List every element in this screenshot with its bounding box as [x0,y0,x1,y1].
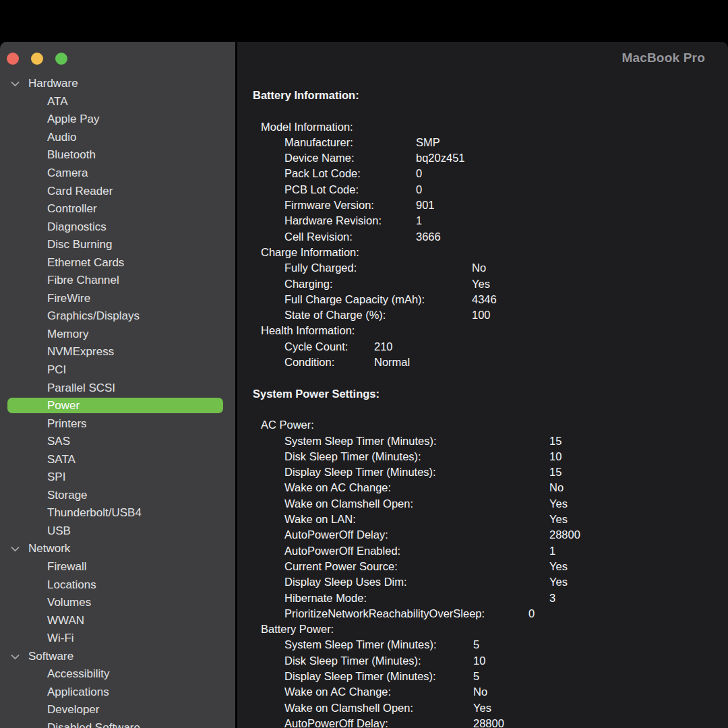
row-label: Cycle Count: [284,339,374,355]
info-row-disk-sleep-timer-minutes: Disk Sleep Timer (Minutes):10 [253,653,728,669]
sidebar-item-label: Bluetooth [0,148,96,162]
sidebar-item-thunderbolt-usb4[interactable]: Thunderbolt/USB4 [0,504,235,522]
sidebar-item-ethernet-cards[interactable]: Ethernet Cards [0,253,235,272]
info-row-full-charge-capacity-mah: Full Charge Capacity (mAh):4346 [253,292,728,307]
sidebar-item-spi[interactable]: SPI [0,468,235,487]
row-label: Condition: [284,355,374,370]
sidebar-item-ata[interactable]: ATA [0,93,235,111]
sidebar-item-label: Camera [0,166,88,180]
zoom-button[interactable] [55,53,67,65]
sidebar-item-diagnostics[interactable]: Diagnostics [0,218,235,236]
sidebar-item-bluetooth[interactable]: Bluetooth [0,146,235,164]
sidebar-item-wwan[interactable]: WWAN [0,611,235,630]
sidebar-item-fibre-channel[interactable]: Fibre Channel [0,272,235,290]
sidebar: HardwareATAApple PayAudioBluetoothCamera… [0,42,237,728]
sidebar-item-label: ATA [0,95,68,109]
sidebar-item-disabled-software[interactable]: Disabled Software [0,719,235,728]
sidebar-item-disc-burning[interactable]: Disc Burning [0,236,235,254]
group-label-health-information: Health Information: [253,323,728,338]
row-label: PCB Lot Code: [284,182,416,198]
minimize-button[interactable] [31,53,43,65]
sidebar-item-label: PCI [0,363,66,377]
row-label: Wake on Clamshell Open: [284,496,549,512]
sidebar-item-label: Thunderbolt/USB4 [0,506,142,520]
row-value: 0 [528,606,535,621]
report-body: Battery Information:Model Information:Ma… [253,88,728,728]
sidebar-item-wi-fi[interactable]: Wi-Fi [0,630,235,648]
sidebar-item-label: Firewall [0,560,87,574]
sidebar-item-pci[interactable]: PCI [0,361,235,380]
info-row-prioritizenetworkreachabilityoversleep: PrioritizeNetworkReachabilityOverSleep:0 [253,606,728,621]
sidebar-section-software[interactable]: Software [0,648,235,666]
row-value: 1 [549,543,555,559]
row-label: System Sleep Timer (Minutes): [284,637,473,653]
info-row-manufacturer: Manufacturer:SMP [253,135,728,150]
row-value: SMP [416,135,440,150]
row-value: Normal [374,355,410,370]
group-label-charge-information: Charge Information: [253,245,728,260]
row-value: 5 [473,669,479,684]
info-row-fully-charged: Fully Charged:No [253,260,728,276]
sidebar-item-usb[interactable]: USB [0,522,235,541]
row-value: bq20z451 [416,150,465,166]
sidebar-item-sata[interactable]: SATA [0,450,235,468]
row-label: Pack Lot Code: [284,166,416,181]
close-button[interactable] [7,53,19,65]
row-value: Yes [549,574,568,590]
sidebar-item-firewall[interactable]: Firewall [0,558,235,576]
sidebar-item-volumes[interactable]: Volumes [0,594,235,612]
sidebar-item-memory[interactable]: Memory [0,326,235,344]
sidebar-item-label: Power [0,399,80,413]
sidebar-item-graphics-displays[interactable]: Graphics/Displays [0,307,235,326]
group-label-ac-power: AC Power: [253,417,728,433]
row-label: Wake on AC Change: [284,684,473,700]
sidebar-item-accessibility[interactable]: Accessibility [0,665,235,684]
row-value: 0 [416,166,422,181]
row-value: Yes [549,512,568,527]
sidebar-item-apple-pay[interactable]: Apple Pay [0,111,235,129]
row-value: Yes [473,700,491,716]
sidebar-item-power[interactable]: Power [0,397,235,415]
sidebar-item-parallel-scsi[interactable]: Parallel SCSI [0,379,235,397]
sidebar-item-developer[interactable]: Developer [0,701,235,719]
sidebar-item-controller[interactable]: Controller [0,200,235,218]
row-value: 100 [472,307,491,323]
sidebar-item-locations[interactable]: Locations [0,576,235,594]
row-value: Yes [549,559,568,574]
sidebar-item-card-reader[interactable]: Card Reader [0,182,235,200]
chevron-down-icon[interactable] [11,81,20,87]
info-row-charging: Charging:Yes [253,276,728,292]
chevron-down-icon[interactable] [11,654,20,660]
sidebar-section-network[interactable]: Network [0,540,235,558]
row-label: Hardware Revision: [284,213,416,229]
sidebar-item-label: Memory [0,328,88,341]
sidebar-item-label: Developer [0,703,100,717]
window-controls [7,53,67,65]
info-row-autopoweroff-delay: AutoPowerOff Delay:28800 [253,527,728,543]
group-label-model-information: Model Information: [253,119,728,135]
sidebar-item-sas[interactable]: SAS [0,433,235,451]
sidebar-item-label: Apple Pay [0,113,100,126]
sidebar-item-storage[interactable]: Storage [0,487,235,505]
sidebar-item-firewire[interactable]: FireWire [0,290,235,308]
sidebar-section-hardware[interactable]: Hardware [0,75,235,93]
sidebar-item-label: Storage [0,489,88,502]
info-row-wake-on-ac-change: Wake on AC Change:No [253,480,728,495]
sidebar-item-applications[interactable]: Applications [0,684,235,702]
report-section-battery-information: Battery Information:Model Information:Ma… [253,88,728,370]
sidebar-item-label: Disabled Software [0,721,140,728]
info-row-wake-on-clamshell-open: Wake on Clamshell Open:Yes [253,700,728,716]
row-value: 28800 [549,527,580,543]
chevron-down-icon[interactable] [11,547,20,553]
sidebar-item-audio[interactable]: Audio [0,129,235,147]
sidebar-item-printers[interactable]: Printers [0,415,235,433]
sidebar-item-camera[interactable]: Camera [0,164,235,183]
row-value: No [472,260,486,276]
section-title: Battery Information: [253,88,728,103]
row-value: 1 [416,213,422,229]
row-label: Full Charge Capacity (mAh): [284,292,472,307]
sidebar-item-nvmexpress[interactable]: NVMExpress [0,343,235,361]
row-value: No [549,480,564,495]
section-title: System Power Settings: [253,386,728,402]
sidebar-item-label: Accessibility [0,667,110,681]
